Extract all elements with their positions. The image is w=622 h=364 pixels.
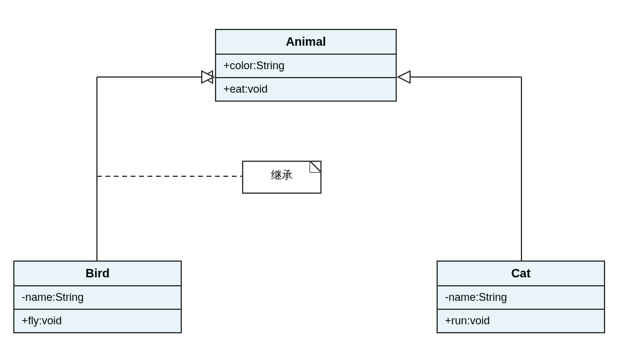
- animal-class: Animal +color:String +eat:void: [215, 29, 397, 102]
- bird-class-name: Bird: [14, 262, 181, 286]
- cat-class: Cat -name:String +run:void: [437, 261, 605, 333]
- animal-class-name: Animal: [216, 30, 396, 55]
- cat-class-attributes: -name:String: [438, 286, 604, 310]
- bird-class: Bird -name:String +fly:void: [13, 261, 182, 333]
- cat-class-name: Cat: [438, 262, 604, 286]
- inheritance-note: 继承: [242, 161, 322, 194]
- animal-class-methods: +eat:void: [216, 78, 396, 100]
- bird-class-attributes: -name:String: [14, 286, 181, 310]
- cat-class-methods: +run:void: [438, 310, 604, 332]
- note-fold-icon: [309, 161, 322, 173]
- svg-marker-0: [309, 161, 322, 173]
- animal-class-attributes: +color:String: [216, 55, 396, 78]
- note-label: 继承: [271, 169, 293, 181]
- bird-inheritance-arrow: [202, 71, 214, 83]
- cat-inheritance-arrow: [398, 71, 410, 83]
- bird-inheritance-arrowhead: [202, 71, 213, 83]
- bird-class-methods: +fly:void: [14, 310, 181, 332]
